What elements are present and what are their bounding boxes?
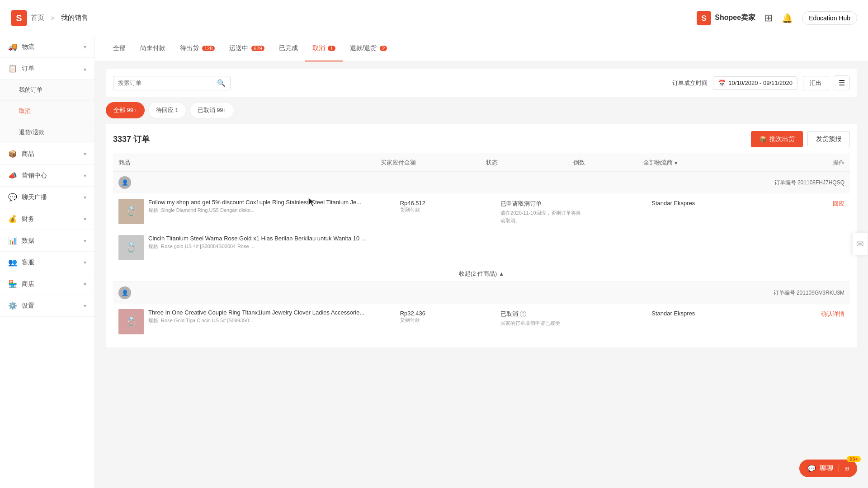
product-spec-3: 规格: Rose Gold,Tiga Cincin US 5# [S0993S0… — [148, 317, 400, 324]
tabs-bar: 全部 尚未付款 待出货 128 运送中 629 已完成 取消 1 退款/退货 2 — [95, 36, 868, 62]
header-logistics: 全部物流商 ▾ — [643, 159, 774, 167]
grid-apps-icon[interactable]: ⊞ — [764, 12, 773, 24]
status-sub-3: 买家的订单取消申请已接受 — [500, 319, 585, 327]
sidebar-item-shop[interactable]: 🏪 商店 ▾ — [0, 273, 94, 295]
order-id-2: 订单编号 201109GV3RKU3M — [774, 289, 844, 297]
header-countdown: 倒数 — [573, 159, 643, 167]
sidebar-item-finance[interactable]: 💰 财务 ▾ — [0, 208, 94, 230]
sidebar-item-orders[interactable]: 📋 订单 ▴ — [0, 58, 94, 80]
tab-returns[interactable]: 退款/退货 2 — [343, 36, 395, 61]
sidebar-item-refund[interactable]: 退货/退款 — [0, 122, 94, 143]
order-count-text: 3337 订单 — [113, 134, 150, 145]
batch-ship-button[interactable]: 📦 批次出货 — [751, 131, 803, 147]
search-icon[interactable]: 🔍 — [217, 79, 226, 87]
header-status: 状态 — [486, 159, 574, 167]
amount-col-3: Rp32.436 货到付款 — [400, 309, 501, 324]
sub-tab-pending-reply[interactable]: 待回应 1 — [148, 102, 186, 118]
main-layout: 🚚 物流 ▾ 📋 订单 ▴ 我的订单 取消 退货/退款 📦 商品 ▾ — [0, 36, 868, 478]
product-name-3: Three In One Creative Couple Ring Titanx… — [148, 309, 400, 316]
calendar-icon: 📅 — [718, 80, 726, 87]
chevron-down-icon: ▾ — [84, 216, 86, 222]
chevron-up-collapse-icon: ▲ — [499, 271, 504, 277]
chevron-down-icon: ▾ — [84, 259, 86, 266]
sidebar-item-logistics[interactable]: 🚚 物流 ▾ — [0, 36, 94, 58]
filter-icon-button[interactable]: ☰ — [834, 75, 850, 90]
tab-cancelled[interactable]: 取消 1 — [305, 36, 343, 61]
cancel-label: 取消 — [19, 107, 31, 115]
amount-value-1: Rp46.512 — [400, 200, 501, 206]
chat-button[interactable]: 99+ 💬 聊聊 ⊞ — [799, 460, 857, 477]
confirm-link-3[interactable]: 确认详情 — [821, 310, 844, 317]
sidebar-data-label: 数据 — [22, 237, 84, 245]
sidebar-shop-label: 商店 — [22, 280, 84, 288]
sidebar-logistics-label: 物流 — [22, 43, 84, 51]
data-icon: 📊 — [8, 236, 17, 245]
header-action: 操作 — [774, 159, 844, 167]
marketing-icon: 📣 — [8, 171, 17, 180]
nav-home-link[interactable]: 首页 — [31, 14, 44, 22]
nav-separator: > — [51, 14, 55, 22]
tab-unpaid[interactable]: 尚未付款 — [133, 36, 173, 61]
order-group-1: 👤 订单编号 201108FHJ7HQSQ 💍 Follow my shop a… — [113, 172, 850, 282]
action-col-2 — [778, 235, 844, 236]
product-thumb-3: 💍 — [118, 309, 144, 334]
svg-text:S: S — [702, 14, 707, 23]
ship-forecast-button[interactable]: 发货预报 — [807, 131, 850, 147]
sidebar-item-chat[interactable]: 💬 聊天广播 ▾ — [0, 187, 94, 208]
amount-col-2 — [400, 235, 501, 236]
sub-tab-all[interactable]: 全部 99+ — [106, 102, 145, 118]
export-button[interactable]: 汇出 — [803, 76, 828, 90]
chat-icon: 💬 — [8, 193, 17, 202]
batch-ship-label: 批次出货 — [769, 135, 795, 143]
sidebar-orders-subitems: 我的订单 取消 退货/退款 — [0, 80, 94, 143]
tab-completed[interactable]: 已完成 — [272, 36, 305, 61]
amount-sub-3: 货到付款 — [400, 317, 501, 324]
search-input[interactable] — [118, 80, 217, 86]
sidebar-item-cancel[interactable]: 取消 — [0, 101, 94, 122]
amount-col-1: Rp46.512 货到付款 — [400, 199, 501, 213]
order-id-1: 订单编号 201108FHJ7HQSQ — [774, 179, 844, 187]
chat-icon-btn: 💬 — [807, 465, 816, 473]
sidebar: 🚚 物流 ▾ 📋 订单 ▴ 我的订单 取消 退货/退款 📦 商品 ▾ — [0, 36, 95, 478]
sidebar-item-customer[interactable]: 👥 客服 ▾ — [0, 252, 94, 273]
reply-link-1[interactable]: 回应 — [833, 200, 844, 207]
chevron-down-icon: ▾ — [84, 303, 86, 309]
sidebar-customer-label: 客服 — [22, 258, 84, 267]
sub-tab-cancelled[interactable]: 已取消 99+ — [190, 102, 235, 118]
top-navigation: S 首页 > 我的销售 S Shopee卖家 ⊞ 🔔 Education Hub — [0, 0, 868, 36]
logistics-label: 全部物流商 — [643, 159, 673, 167]
tab-pending[interactable]: 待出货 128 — [173, 36, 222, 61]
svg-text:S: S — [16, 13, 22, 23]
chevron-down-icon: ▾ — [84, 151, 86, 157]
collapse-row-1[interactable]: 收起(2 件商品) ▲ — [113, 266, 850, 282]
status-text-3: 已取消 ? — [500, 310, 585, 318]
settings-icon: ⚙️ — [8, 301, 17, 310]
logistics-dropdown-icon[interactable]: ▾ — [675, 160, 678, 166]
search-box[interactable]: 🔍 — [113, 76, 231, 90]
shopee-logo-icon[interactable]: S — [11, 10, 27, 26]
sidebar-item-marketing[interactable]: 📣 营销中心 ▾ — [0, 165, 94, 187]
chevron-down-icon: ▾ — [84, 44, 86, 50]
product-name-2: Cincin Titanium Steel Warna Rose Gold x1… — [148, 235, 400, 242]
product-thumb-1: 💍 — [118, 199, 144, 224]
product-spec-1: 规格: Single Diamond Ring,US5 Dengan disko… — [148, 207, 400, 214]
mail-widget[interactable]: ✉ — [852, 233, 868, 255]
education-hub-button[interactable]: Education Hub — [802, 11, 857, 25]
countdown-col-3 — [585, 309, 651, 310]
date-range-picker[interactable]: 📅 10/10/2020 - 09/11/2020 — [713, 76, 797, 90]
order-table-area: 3337 订单 📦 批次出货 发货预报 商品 买家应付金额 状态 倒数 — [106, 124, 857, 347]
sidebar-item-my-orders[interactable]: 我的订单 — [0, 80, 94, 101]
tab-all[interactable]: 全部 — [106, 36, 133, 61]
header-amount: 买家应付金额 — [381, 159, 486, 167]
sidebar-item-settings[interactable]: ⚙️ 设置 ▾ — [0, 295, 94, 317]
content-area: 🔍 订单成立时间 📅 10/10/2020 - 09/11/2020 汇出 ☰ … — [95, 62, 868, 478]
sidebar-item-data[interactable]: 📊 数据 ▾ — [0, 230, 94, 252]
chevron-up-icon: ▴ — [84, 66, 86, 72]
products-icon: 📦 — [8, 150, 17, 158]
sidebar-item-products[interactable]: 📦 商品 ▾ — [0, 143, 94, 165]
chevron-down-icon: ▾ — [84, 238, 86, 244]
tab-shipping[interactable]: 运送中 629 — [222, 36, 271, 61]
sidebar-products-label: 商品 — [22, 150, 84, 158]
notification-bell-icon[interactable]: 🔔 — [782, 13, 793, 23]
date-label: 订单成立时间 — [672, 79, 708, 87]
